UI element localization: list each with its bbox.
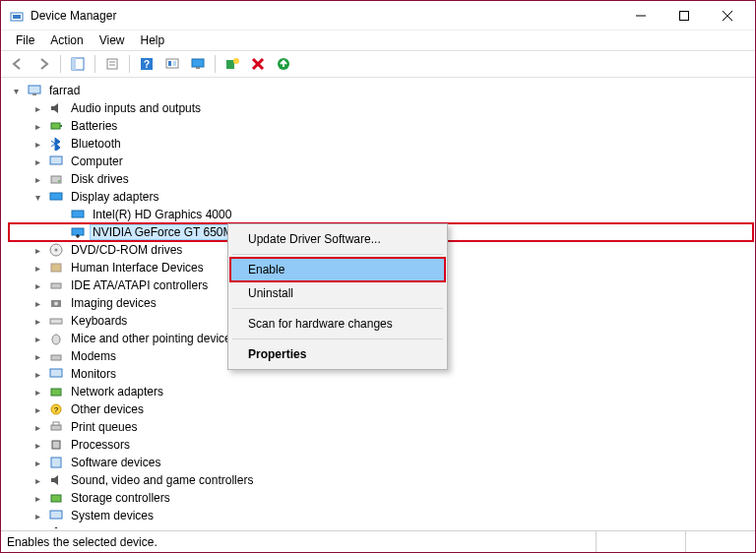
- context-menu-update-driver[interactable]: Update Driver Software...: [230, 227, 445, 251]
- tree-item-label: Disk drives: [68, 171, 132, 187]
- add-legacy-hardware-button[interactable]: [221, 53, 243, 75]
- menu-file[interactable]: File: [9, 31, 41, 49]
- svg-rect-24: [32, 93, 36, 95]
- forward-button[interactable]: [32, 53, 54, 75]
- tree-item-sound[interactable]: ▸Sound, video and game controllers: [9, 471, 753, 489]
- modem-icon: [48, 348, 64, 364]
- maximize-button[interactable]: [662, 2, 706, 30]
- close-button[interactable]: [706, 2, 749, 30]
- expand-icon[interactable]: ▸: [31, 172, 44, 186]
- expand-icon[interactable]: ▸: [31, 101, 44, 115]
- expand-icon[interactable]: ▸: [31, 296, 44, 310]
- context-menu-separator: [232, 338, 443, 339]
- context-menu-label: Properties: [248, 347, 306, 361]
- tree-item-batteries[interactable]: ▸Batteries: [9, 117, 753, 135]
- expand-icon[interactable]: ▸: [31, 278, 44, 292]
- svg-rect-51: [50, 511, 62, 519]
- svg-rect-35: [51, 264, 61, 272]
- expand-icon[interactable]: ▸: [31, 456, 44, 469]
- context-menu-enable[interactable]: Enable: [230, 258, 445, 281]
- svg-rect-50: [51, 495, 61, 502]
- expand-icon[interactable]: ▸: [31, 491, 44, 505]
- expand-icon[interactable]: ▸: [31, 261, 44, 275]
- tree-item-label: Human Interface Devices: [68, 260, 207, 276]
- expand-icon[interactable]: ▸: [31, 420, 44, 434]
- expand-icon[interactable]: ▸: [31, 243, 44, 257]
- svg-rect-14: [168, 61, 171, 66]
- tree-root[interactable]: ▾ farrad: [9, 82, 753, 99]
- tree-item-bluetooth[interactable]: ▸Bluetooth: [9, 135, 753, 153]
- context-menu-scan[interactable]: Scan for hardware changes: [230, 312, 445, 336]
- expand-icon[interactable]: ▸: [31, 385, 44, 399]
- update-driver-button[interactable]: [273, 53, 294, 75]
- expand-icon[interactable]: ▸: [31, 119, 44, 133]
- tree-item-display-adapters[interactable]: ▾Display adapters: [9, 188, 753, 206]
- tree-item-label: DVD/CD-ROM drives: [68, 242, 185, 258]
- status-bar: Enables the selected device.: [1, 530, 755, 552]
- svg-rect-30: [50, 193, 62, 200]
- context-menu-properties[interactable]: Properties: [230, 342, 445, 366]
- context-menu-uninstall[interactable]: Uninstall: [230, 281, 445, 305]
- menu-view[interactable]: View: [93, 31, 132, 49]
- tree-item-network[interactable]: ▸Network adapters: [9, 383, 753, 400]
- expand-icon[interactable]: ▸: [31, 154, 44, 168]
- collapse-icon[interactable]: ▾: [9, 84, 23, 97]
- minimize-button[interactable]: [619, 2, 662, 30]
- tree-item-label: System devices: [68, 508, 157, 523]
- expand-icon[interactable]: ▸: [31, 367, 44, 381]
- tree-item-software[interactable]: ▸Software devices: [9, 454, 753, 471]
- tree-item-audio[interactable]: ▸Audio inputs and outputs: [9, 99, 753, 117]
- expand-icon[interactable]: ▸: [31, 473, 44, 487]
- device-tree-panel[interactable]: ▾ farrad ▸Audio inputs and outputs ▸Batt…: [1, 78, 755, 528]
- toolbar-separator: [94, 55, 95, 73]
- show-hidden-devices-button[interactable]: [161, 53, 183, 75]
- tree-item-storage[interactable]: ▸Storage controllers: [9, 489, 753, 507]
- software-icon: [48, 455, 64, 470]
- scan-hardware-button[interactable]: [187, 53, 209, 75]
- svg-rect-18: [226, 60, 234, 69]
- expand-icon[interactable]: ▸: [31, 332, 44, 345]
- properties-button[interactable]: [101, 53, 123, 75]
- show-console-tree-button[interactable]: [67, 53, 89, 75]
- tree-item-other[interactable]: ▸?Other devices: [9, 400, 753, 418]
- svg-rect-26: [60, 125, 62, 127]
- menu-action[interactable]: Action: [43, 31, 90, 49]
- dvd-icon: [48, 242, 64, 258]
- toolbar-separator: [215, 55, 216, 73]
- collapse-icon[interactable]: ▾: [31, 190, 44, 204]
- help-button[interactable]: ?: [136, 53, 158, 75]
- svg-rect-47: [53, 422, 59, 425]
- tree-item-label: Other devices: [68, 401, 147, 417]
- tree-item-label: Network adapters: [68, 384, 166, 399]
- tree-item-intel-graphics[interactable]: Intel(R) HD Graphics 4000: [9, 206, 753, 223]
- tree-item-disk-drives[interactable]: ▸Disk drives: [9, 170, 753, 188]
- svg-rect-32: [72, 228, 84, 235]
- tree-item-print-queues[interactable]: ▸Print queues: [9, 418, 753, 436]
- battery-icon: [48, 118, 64, 134]
- computer-root-icon: [27, 83, 42, 98]
- expand-icon[interactable]: ▸: [31, 526, 44, 528]
- svg-rect-13: [166, 59, 178, 68]
- expand-icon[interactable]: ▸: [31, 349, 44, 363]
- svg-rect-3: [680, 11, 689, 20]
- uninstall-device-button[interactable]: [247, 53, 269, 75]
- tree-item-system[interactable]: ▸System devices: [9, 507, 753, 524]
- expand-icon[interactable]: ▸: [31, 402, 44, 416]
- back-button[interactable]: [7, 53, 29, 75]
- tree-item-processors[interactable]: ▸Processors: [9, 436, 753, 454]
- status-text: Enables the selected device.: [1, 531, 596, 552]
- sound-icon: [48, 472, 64, 488]
- expand-icon[interactable]: ▸: [31, 438, 44, 452]
- svg-rect-36: [51, 283, 61, 288]
- menu-help[interactable]: Help: [134, 31, 172, 49]
- svg-text:?: ?: [54, 405, 59, 414]
- svg-rect-16: [192, 59, 204, 67]
- tree-item-usb[interactable]: ▸Universal Serial Bus controllers: [9, 524, 753, 528]
- expand-icon[interactable]: ▸: [31, 137, 44, 151]
- expand-icon[interactable]: ▸: [31, 509, 44, 522]
- expand-icon[interactable]: ▸: [31, 314, 44, 328]
- tree-item-computer[interactable]: ▸Computer: [9, 153, 753, 170]
- printer-icon: [48, 419, 64, 435]
- status-cell-empty: [597, 531, 685, 552]
- tree-root-label: farrad: [46, 83, 83, 98]
